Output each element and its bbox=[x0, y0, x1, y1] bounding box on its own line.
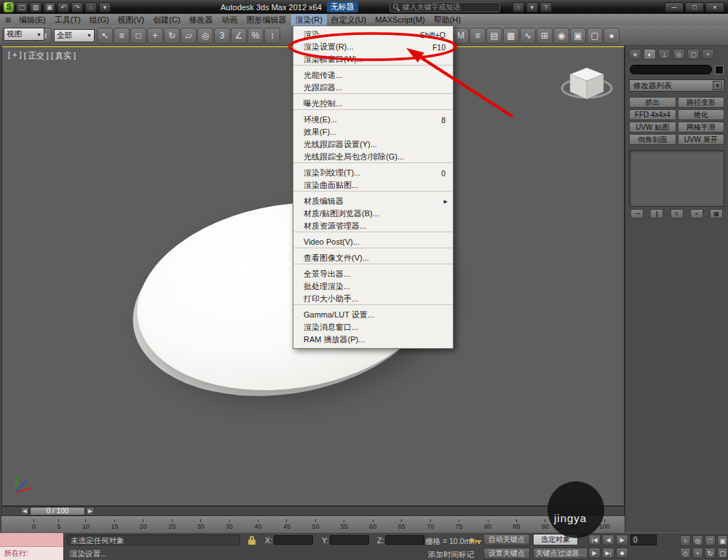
menu-item-print-size-assistant[interactable]: 打印大小助手... bbox=[293, 293, 453, 305]
render-production-icon[interactable]: ● bbox=[604, 28, 620, 44]
menu-item-render-message-window[interactable]: 渲染消息窗口... bbox=[293, 321, 453, 334]
render-setup-icon[interactable]: ▣ bbox=[570, 28, 586, 44]
undo-icon[interactable]: ↶ bbox=[58, 2, 69, 12]
align-icon[interactable]: ≡ bbox=[470, 28, 486, 44]
zoom-all-icon[interactable]: ◎ bbox=[692, 535, 703, 546]
make-unique-icon[interactable]: Y bbox=[670, 209, 684, 218]
menu-item-exposure-control[interactable]: 曝光控制... bbox=[293, 98, 453, 110]
menu-views[interactable]: 视图(V) bbox=[114, 14, 149, 25]
curve-editor-icon[interactable]: ∿ bbox=[520, 28, 536, 44]
select-by-name-icon[interactable]: ≡ bbox=[114, 28, 130, 44]
open-file-icon[interactable]: ▧ bbox=[30, 2, 41, 12]
layer-manager-icon[interactable]: ▤ bbox=[486, 28, 502, 44]
selection-filter-dropdown[interactable]: 全部 ▼ bbox=[54, 29, 95, 42]
menu-item-raytracer-settings[interactable]: 光线跟踪器设置(Y)... bbox=[293, 138, 453, 151]
schematic-view-icon[interactable]: ⊞ bbox=[537, 28, 553, 44]
use-pivot-center-icon[interactable]: ◎ bbox=[197, 28, 213, 44]
select-object-icon[interactable]: ↖ bbox=[97, 28, 113, 44]
zoom-region-icon[interactable]: ◇ bbox=[680, 548, 691, 559]
close-button[interactable]: × bbox=[705, 2, 724, 12]
select-and-rotate-icon[interactable]: ↻ bbox=[164, 28, 180, 44]
tab-utilities[interactable]: + bbox=[702, 49, 714, 60]
modifier-meshsmooth-button[interactable]: 网格平滑 bbox=[678, 122, 725, 133]
help-icon[interactable]: ? bbox=[540, 2, 552, 12]
go-to-end-icon[interactable]: ▶| bbox=[602, 548, 614, 559]
menu-item-render-setup[interactable]: 渲染设置(R)... F10 bbox=[293, 41, 453, 53]
modifier-stack-list[interactable] bbox=[629, 150, 724, 207]
time-slider[interactable]: ◀ 0 / 100 ▶ bbox=[1, 506, 625, 516]
menu-maxscript[interactable]: MAXScript(M) bbox=[371, 14, 429, 25]
go-to-start-icon[interactable]: |◀ bbox=[588, 535, 601, 545]
maxscript-mini-listener[interactable]: 所在行: bbox=[0, 533, 64, 560]
mirror-icon[interactable]: M bbox=[453, 28, 469, 44]
menu-item-batch-render[interactable]: 批处理渲染... bbox=[293, 280, 453, 293]
menu-item-rendered-frame-window[interactable]: 渲染帧窗口(W)... bbox=[293, 53, 453, 66]
project-folder-icon[interactable]: ⌂ bbox=[85, 2, 97, 12]
menu-tools[interactable]: 工具(T) bbox=[50, 14, 85, 25]
menu-item-render-surface-map[interactable]: 渲染曲面贴图... bbox=[293, 179, 453, 192]
snap-toggle-3d-icon[interactable]: 3 bbox=[214, 28, 230, 44]
tab-motion[interactable]: ◎ bbox=[673, 49, 685, 60]
modifier-ffd-4x4x4-button[interactable]: FFD 4x4x4 bbox=[629, 109, 676, 120]
configure-modifier-sets-icon[interactable]: ▦ bbox=[710, 209, 723, 218]
set-key-button[interactable]: 设置关键点 bbox=[483, 548, 530, 559]
select-and-scale-icon[interactable]: ▱ bbox=[181, 28, 197, 44]
percent-snap-icon[interactable]: % bbox=[248, 28, 264, 44]
menu-item-material-explorer[interactable]: 材质资源管理器... bbox=[293, 220, 453, 232]
menu-create[interactable]: 创建(C) bbox=[149, 14, 184, 25]
viewport-pov-menu[interactable]: [ 正交 ] bbox=[24, 50, 49, 61]
previous-frame-arrow-icon[interactable]: ◀ bbox=[20, 507, 29, 516]
menu-modifiers[interactable]: 修改器 bbox=[185, 14, 218, 25]
reference-coordinate-dropdown[interactable]: 视图 ▼ bbox=[4, 28, 44, 41]
next-frame-arrow-icon[interactable]: ▶ bbox=[86, 507, 95, 516]
next-frame-icon[interactable]: ▶ bbox=[588, 548, 601, 559]
menu-item-radiosity[interactable]: 光能传递... bbox=[293, 69, 453, 82]
modifier-uvw-map-button[interactable]: UVW 贴图 bbox=[629, 122, 676, 133]
viewport-general-menu[interactable]: [ + ] bbox=[8, 50, 22, 61]
selection-lock-icon[interactable] bbox=[246, 535, 258, 545]
play-icon[interactable]: ▶ bbox=[616, 535, 628, 545]
maximize-button[interactable]: □ bbox=[685, 2, 704, 12]
orbit-icon[interactable]: ↻ bbox=[705, 548, 716, 559]
angle-snap-icon[interactable]: ∠ bbox=[231, 28, 247, 44]
z-field[interactable] bbox=[385, 535, 424, 545]
app-logo-icon[interactable]: S bbox=[4, 2, 14, 12]
menu-rendering[interactable]: 渲染(R) bbox=[291, 14, 327, 25]
menu-item-raytrace-include-exclude[interactable]: 光线跟踪全局包含/排除(G)... bbox=[293, 151, 453, 163]
modifier-list-dropdown[interactable]: 修改器列表 ▼ bbox=[629, 79, 724, 92]
show-end-result-icon[interactable]: ∥ bbox=[650, 209, 663, 218]
menu-item-effects[interactable]: 效果(F)... bbox=[293, 126, 453, 138]
workspace-dropdown-icon[interactable]: ▾ bbox=[99, 2, 111, 12]
modifier-path-deform-button[interactable]: 路径变形 bbox=[678, 97, 725, 108]
auto-key-button[interactable]: 自动关键点 bbox=[483, 534, 530, 545]
macro-recorder-pane[interactable] bbox=[0, 533, 63, 547]
menu-item-gamma-lut-settings[interactable]: Gamma/LUT 设置... bbox=[293, 309, 453, 321]
y-field[interactable] bbox=[330, 535, 369, 545]
object-color-swatch[interactable] bbox=[715, 66, 724, 74]
remove-modifier-icon[interactable]: × bbox=[690, 209, 703, 218]
menu-item-ram-player[interactable]: RAM 播放器(P)... bbox=[293, 334, 453, 346]
modifier-taper-button[interactable]: 锥化 bbox=[678, 109, 725, 120]
tab-display[interactable]: ▢ bbox=[687, 49, 700, 60]
current-frame-field[interactable] bbox=[630, 535, 657, 545]
listener-pane[interactable]: 所在行: bbox=[0, 547, 63, 560]
maximize-viewport-icon[interactable]: ▢ bbox=[717, 548, 728, 559]
menu-item-view-image-file[interactable]: 查看图像文件(V)... bbox=[293, 252, 453, 264]
graphite-ribbon-icon[interactable]: ▩ bbox=[503, 28, 519, 44]
favorites-icon[interactable]: ☆ bbox=[513, 2, 524, 12]
search-input[interactable] bbox=[403, 3, 496, 11]
menu-item-light-tracer[interactable]: 光跟踪器... bbox=[293, 82, 453, 94]
modifier-extrude-button[interactable]: 挤出 bbox=[629, 97, 676, 108]
menu-help[interactable]: 帮助(H) bbox=[430, 14, 465, 25]
menu-item-render[interactable]: 渲染 Shift+Q bbox=[293, 28, 453, 41]
zoom-extents-all-icon[interactable]: ▣ bbox=[717, 535, 728, 546]
pan-icon[interactable]: + bbox=[692, 548, 703, 559]
menu-item-material-map-browser[interactable]: 材质/贴图浏览器(B)... bbox=[293, 208, 453, 220]
menu-item-panorama-exporter[interactable]: 全景导出器... bbox=[293, 268, 453, 280]
x-field[interactable] bbox=[274, 535, 313, 545]
tab-create[interactable]: ∗ bbox=[629, 49, 641, 60]
view-cube[interactable] bbox=[561, 63, 613, 109]
material-editor-icon[interactable]: ◉ bbox=[553, 28, 569, 44]
modifier-unwrap-uvw-button[interactable]: UVW 展开 bbox=[678, 134, 725, 145]
menu-item-material-editor[interactable]: 材质编辑器 bbox=[293, 195, 453, 208]
